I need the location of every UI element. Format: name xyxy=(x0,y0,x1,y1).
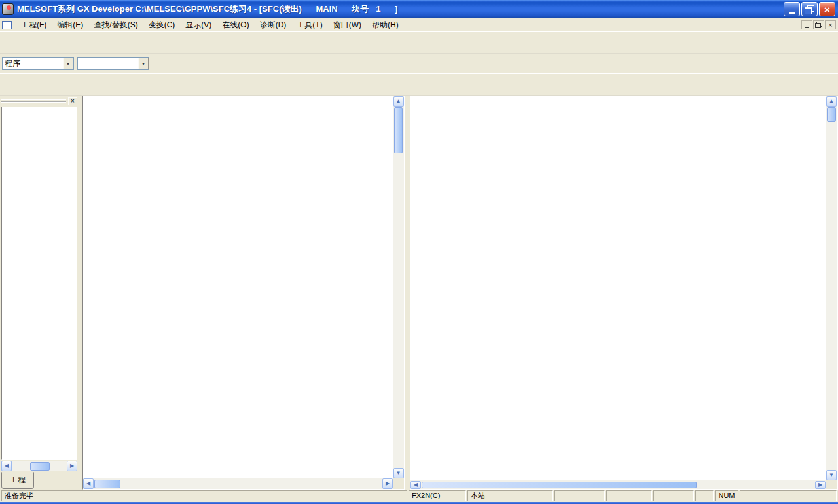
sfc-horizontal-scrollbar[interactable]: ◀ ▶ xyxy=(83,478,393,489)
menu-edit[interactable]: 编辑(E) xyxy=(52,18,88,32)
pane-splitter[interactable] xyxy=(405,96,410,490)
project-tree xyxy=(1,107,77,460)
app-icon xyxy=(2,3,14,15)
project-panel-hscrollbar[interactable]: ◀ ▶ xyxy=(1,461,77,471)
menu-find-replace[interactable]: 查找/替换(S) xyxy=(88,18,143,32)
menu-window[interactable]: 窗口(W) xyxy=(328,18,367,32)
child-restore-icon[interactable] xyxy=(813,20,824,29)
status-empty-cell xyxy=(695,490,714,501)
sfc-editor-pane: ▲ ▼ ◀ ▶ xyxy=(82,96,405,490)
app-window: MELSOFT系列 GX Developer C:\MELSEC\GPPW\SF… xyxy=(0,0,838,504)
scroll-left-icon[interactable]: ◀ xyxy=(1,461,12,471)
close-icon[interactable]: × xyxy=(819,2,835,16)
status-plc-type: FX2N(C) xyxy=(409,490,466,501)
menu-convert[interactable]: 变换(C) xyxy=(143,18,181,32)
block-select-combo[interactable]: ▼ xyxy=(77,57,149,70)
status-bar: 准备完毕 FX2N(C) 本站 NUM xyxy=(0,490,838,502)
sfc-toolbar: 程序 ▼ ▼ xyxy=(0,54,838,73)
ladder-canvas[interactable] xyxy=(410,96,826,480)
chevron-down-icon[interactable]: ▼ xyxy=(138,58,149,69)
scroll-right-icon[interactable]: ▶ xyxy=(382,478,393,489)
menu-help[interactable]: 帮助(H) xyxy=(367,18,404,32)
ladder-vertical-scrollbar[interactable]: ▲ ▼ xyxy=(826,96,837,480)
sfc-canvas[interactable] xyxy=(83,96,393,478)
menu-project[interactable]: 工程(F) xyxy=(16,18,52,32)
menu-bar: 工程(F)编辑(E)查找/替换(S)变换(C)显示(V)在线(O)诊断(D)工具… xyxy=(0,18,838,31)
scroll-up-icon[interactable]: ▲ xyxy=(826,96,837,107)
workspace: × ◀ ▶ 工程 ▲ ▼ xyxy=(0,96,838,490)
project-panel-header: × xyxy=(0,96,79,106)
project-panel: × ◀ ▶ 工程 xyxy=(0,96,79,490)
scroll-thumb[interactable] xyxy=(30,462,50,471)
panel-close-icon[interactable]: × xyxy=(68,97,77,105)
menu-online[interactable]: 在线(O) xyxy=(217,18,254,32)
scroll-right-icon[interactable]: ▶ xyxy=(67,461,77,471)
standard-toolbar xyxy=(0,31,838,54)
project-tab[interactable]: 工程 xyxy=(1,472,34,489)
restore-icon[interactable] xyxy=(801,2,818,16)
child-window-icon xyxy=(2,21,12,29)
scroll-left-icon[interactable]: ◀ xyxy=(410,481,421,489)
scroll-thumb[interactable] xyxy=(394,107,403,153)
status-empty-cell xyxy=(653,490,694,501)
sfc-vertical-scrollbar[interactable]: ▲ ▼ xyxy=(393,96,404,478)
scroll-down-icon[interactable]: ▼ xyxy=(393,468,404,478)
scroll-left-icon[interactable]: ◀ xyxy=(83,478,94,489)
status-num: NUM xyxy=(715,490,738,501)
scroll-corner xyxy=(826,480,837,489)
menu-tools[interactable]: 工具(T) xyxy=(291,18,327,32)
ladder-symbol-toolbar xyxy=(0,73,838,96)
minimize-icon[interactable] xyxy=(784,2,800,16)
status-empty-cell xyxy=(606,490,652,501)
child-close-icon[interactable]: × xyxy=(825,20,836,29)
status-station: 本站 xyxy=(467,490,553,501)
scroll-right-icon[interactable]: ▶ xyxy=(815,481,826,489)
scroll-thumb[interactable] xyxy=(827,107,836,122)
chevron-down-icon[interactable]: ▼ xyxy=(63,58,73,69)
status-ready: 准备完毕 xyxy=(1,490,407,501)
scroll-corner xyxy=(393,478,404,489)
scroll-thumb[interactable] xyxy=(94,480,120,488)
child-minimize-icon[interactable] xyxy=(801,20,812,29)
scroll-down-icon[interactable]: ▼ xyxy=(826,470,837,480)
program-type-combo[interactable]: 程序 ▼ xyxy=(2,57,74,70)
title-bar: MELSOFT系列 GX Developer C:\MELSEC\GPPW\SF… xyxy=(0,0,838,18)
menu-view[interactable]: 显示(V) xyxy=(180,18,217,32)
menu-items: 工程(F)编辑(E)查找/替换(S)变换(C)显示(V)在线(O)诊断(D)工具… xyxy=(16,18,801,32)
ladder-zoom-pane: ▲ ▼ ◀ ▶ xyxy=(410,96,838,490)
panel-tabs: 工程 xyxy=(1,472,34,488)
window-title: MELSOFT系列 GX Developer C:\MELSEC\GPPW\SF… xyxy=(17,3,782,15)
scroll-thumb[interactable] xyxy=(422,482,697,488)
menu-diagnostics[interactable]: 诊断(D) xyxy=(255,18,292,32)
status-empty-cell xyxy=(554,490,605,501)
status-empty-cell xyxy=(740,490,837,501)
ladder-horizontal-scrollbar[interactable]: ◀ ▶ xyxy=(410,480,826,489)
panel-grip[interactable] xyxy=(1,99,66,103)
program-type-value: 程序 xyxy=(3,58,63,69)
scroll-up-icon[interactable]: ▲ xyxy=(393,96,404,107)
